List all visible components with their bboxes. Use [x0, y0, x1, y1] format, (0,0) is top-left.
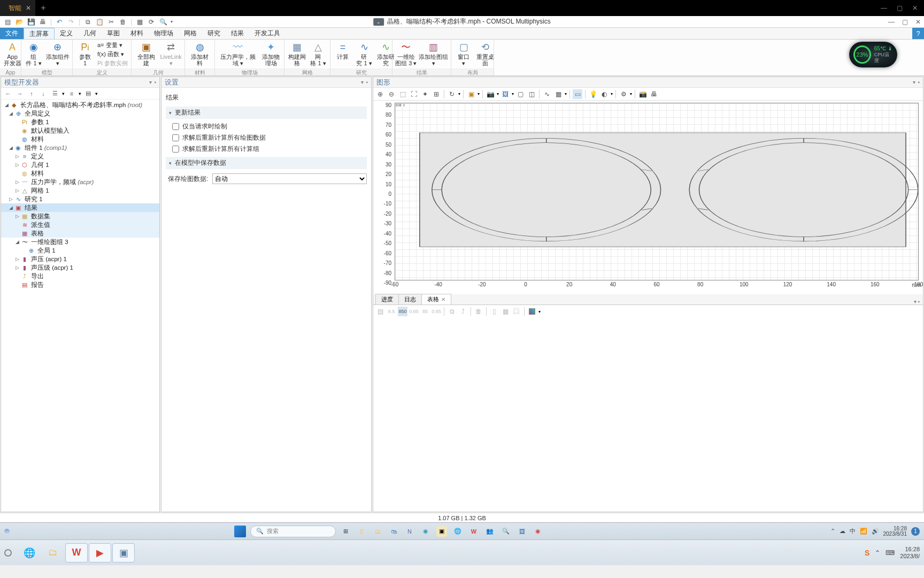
app-maximize-icon[interactable]: ▢ [902, 18, 908, 26]
menu-sketch[interactable]: 草图 [102, 28, 125, 39]
nav-down-icon[interactable]: ↓ [38, 89, 48, 98]
clip-icon[interactable]: ◫ [527, 89, 536, 99]
precision-085[interactable]: 0.85 [432, 307, 441, 316]
tree-global1[interactable]: ⊕全局 1 [1, 246, 159, 255]
wps-icon[interactable]: W [65, 543, 88, 562]
add-material-button[interactable]: ◍ 添加材料 [188, 41, 211, 66]
rect-icon[interactable]: ▭ [573, 89, 582, 99]
tab-table[interactable]: 表格✕ [421, 294, 451, 305]
delete-icon[interactable]: 🗑 [474, 307, 483, 316]
cortana-icon[interactable] [4, 529, 10, 534]
save-plot-data-select[interactable]: 自动 [212, 173, 367, 184]
cb-recompute-groups[interactable] [172, 146, 179, 153]
cortana-icon[interactable] [4, 549, 12, 557]
tree-physics[interactable]: ▷〰压力声学，频域 (acpr) [1, 178, 159, 186]
new-tab-button[interactable]: + [35, 3, 51, 13]
folder-icon[interactable]: 🗂 [372, 526, 383, 537]
light-icon[interactable]: 💡 [588, 89, 598, 99]
tree-results[interactable]: ◢▣结果 [1, 203, 159, 212]
copy-icon[interactable]: ⧉ [83, 18, 92, 26]
chevron-up-icon[interactable]: ⌃ [875, 549, 880, 557]
clock[interactable]: 16:28 2023/8/31 [883, 526, 907, 537]
comsol-icon[interactable]: ▣ [112, 543, 135, 562]
taskview-icon[interactable]: ⊞ [340, 526, 351, 537]
panel-pin-icon[interactable]: ▪ [154, 79, 156, 85]
zoom-box-icon[interactable]: ⬚ [398, 89, 407, 99]
zoom-selected-icon[interactable]: ✦ [420, 89, 430, 99]
tree-study[interactable]: ▷∿研究 1 [1, 195, 159, 203]
tree-global-def[interactable]: ◢⊕全局定义 [1, 109, 159, 118]
print-icon[interactable]: 🖶 [38, 18, 47, 26]
redo-icon[interactable]: ↷ [67, 18, 75, 26]
menu-physics[interactable]: 物理场 [149, 28, 179, 39]
explorer-icon[interactable]: ▯ [356, 526, 367, 537]
ime-icon[interactable]: ⌨ [886, 549, 895, 557]
wps-icon[interactable]: W [468, 526, 479, 537]
tree-export[interactable]: ⤴导出 [1, 272, 159, 280]
app2-icon[interactable]: ▶ [89, 543, 111, 562]
panel-menu-icon[interactable]: ▾ ▪ [914, 299, 923, 305]
panel-menu-icon[interactable]: ▾ [149, 79, 152, 85]
refresh-icon[interactable]: ⟳ [147, 18, 156, 26]
ppt-icon[interactable]: ◉ [533, 526, 543, 537]
clock[interactable]: 16:28 2023/8/ [900, 546, 920, 559]
menu-mesh[interactable]: 网格 [179, 28, 202, 39]
app-close-icon[interactable]: ✕ [915, 18, 921, 26]
precision-full[interactable]: 0.85 [409, 307, 419, 316]
section-save-data[interactable]: 在模型中保存数据 [166, 157, 367, 169]
search-app-icon[interactable]: 🔍 [500, 526, 511, 537]
undo-icon[interactable]: ↶ [55, 18, 64, 26]
dropdown-icon[interactable]: ⌄ [373, 18, 384, 26]
open-icon[interactable]: 📂 [15, 18, 24, 26]
collapse-icon[interactable]: ☰ [50, 89, 60, 98]
wifi-icon[interactable]: 📶 [860, 528, 867, 535]
cut-icon[interactable]: ✂ [107, 18, 116, 26]
eval-icon[interactable]: ▤ [375, 307, 385, 316]
param-case-button[interactable]: Pi 参数实例 [97, 59, 128, 67]
tree-default-input[interactable]: ◉默认模型输入 [1, 126, 159, 135]
file-icon[interactable]: ▤ [3, 18, 12, 26]
zoom-extents-icon[interactable]: ⛶ [409, 89, 419, 99]
tree-tables[interactable]: ▦表格 [1, 229, 159, 238]
filter-icon[interactable]: ▤ [83, 89, 93, 98]
select-icon[interactable]: ▦ [135, 18, 144, 26]
tree-derived[interactable]: ≋派生值 [1, 220, 159, 229]
zoom-in-icon[interactable]: ⊕ [375, 89, 385, 99]
ime-icon[interactable]: 中 [850, 527, 856, 535]
plot-table-icon[interactable] [527, 307, 537, 316]
app-minimize-icon[interactable]: — [888, 18, 895, 26]
tree-datasets[interactable]: ▷▦数据集 [1, 212, 159, 220]
section-update-results[interactable]: 更新结果 [166, 107, 367, 119]
disk-icon[interactable]: ◉ [420, 526, 431, 537]
teams-icon[interactable]: 👥 [484, 526, 495, 537]
add-col-icon[interactable]: ▯ [489, 307, 499, 316]
wire-icon[interactable]: ∿ [542, 89, 552, 99]
edge-icon[interactable]: 🌐 [18, 543, 41, 562]
menu-devtools[interactable]: 开发工具 [249, 28, 286, 39]
tree-acpr1[interactable]: ▷▮声压 (acpr) 1 [1, 255, 159, 263]
camera-icon[interactable]: 📷 [486, 89, 495, 99]
precision-85[interactable]: 8.5 [387, 307, 396, 316]
onedrive-icon[interactable]: ☁ [840, 528, 845, 535]
nav-fwd-icon[interactable]: → [15, 89, 25, 98]
tree-component[interactable]: ◢◉组件 1 (comp1) [1, 143, 159, 152]
chrome-icon[interactable]: 🌐 [452, 526, 463, 537]
tab-close-icon[interactable]: ✕ [26, 4, 31, 12]
select-bg-icon[interactable]: ▢ [515, 89, 525, 99]
panel-menu-icon[interactable]: ▾ [913, 79, 915, 85]
close-icon[interactable]: ✕ [912, 4, 918, 12]
tree-definitions[interactable]: ▷≡定义 [1, 152, 159, 161]
find-icon[interactable]: 🔍 [159, 18, 167, 26]
color-icon[interactable]: ◐ [599, 89, 609, 99]
graphics-canvas[interactable]: mm mm 9080706050403020100-10-20-30-40-50… [373, 101, 923, 294]
tree-acpr-spl[interactable]: ▷▮声压级 (acpr) 1 [1, 263, 159, 272]
minimize-icon[interactable]: — [881, 4, 887, 12]
tree-plot1d[interactable]: ◢〜一维绘图组 3 [1, 238, 159, 246]
cb-recompute-plots[interactable] [172, 134, 179, 141]
table-merge-icon[interactable]: ⿴ [512, 307, 521, 316]
photos-icon[interactable]: 🖼 [517, 526, 527, 537]
menu-study[interactable]: 研究 [202, 28, 226, 39]
menu-definitions[interactable]: 定义 [55, 28, 78, 39]
app-builder-button[interactable]: A App 开发器 [3, 41, 21, 66]
tab-close-icon[interactable]: ✕ [441, 296, 445, 302]
